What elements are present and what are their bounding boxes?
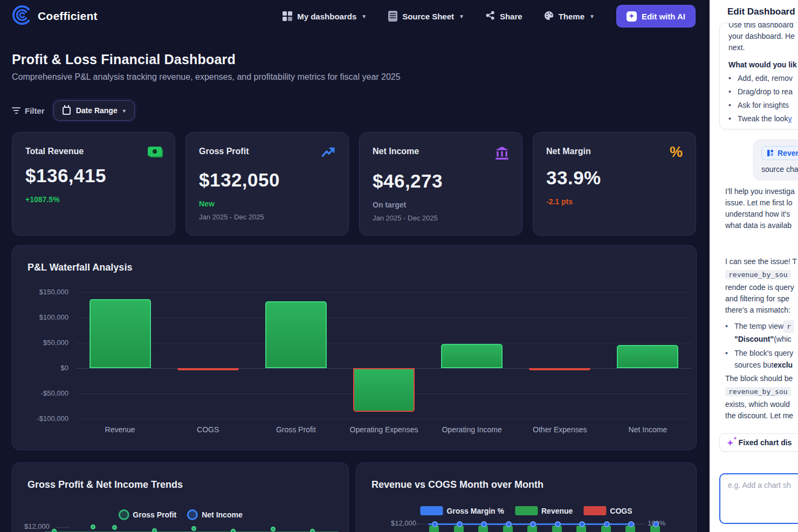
kpi-card-net-margin: Net Margin % 33.9% -2.1 pts [533,132,696,236]
sparkles-icon: ✦ [727,439,734,447]
revenue-cogs-y-tick-left: $12,000 [391,519,416,527]
nav-item-my-dashboards[interactable]: My dashboards ▼ [283,11,367,21]
gross-margin-point [628,521,634,527]
legend-gross-margin[interactable]: Gross Margin % [420,506,504,515]
gross-margin-point [506,521,512,527]
fixed-chart-action-chip[interactable]: ✦ Fixed chart dis [719,433,798,452]
nav-label: Share [500,12,522,21]
palette-icon [544,11,554,22]
trends-axis-tickline [56,527,70,528]
legend-cogs[interactable]: COGS [583,506,632,515]
chevron-down-icon: ▾ [123,108,126,114]
assistant-paragraph-2: I can see the issue! T revenue_by_sou re… [725,256,797,316]
gridline [76,317,692,318]
brand[interactable]: Coefficient [12,5,98,28]
gross-margin-point [432,521,438,527]
kpi-delta: -2.1 pts [546,197,683,206]
kpi-value: $132,050 [199,169,335,191]
nav-item-source-sheet[interactable]: Source Sheet ▼ [388,11,464,22]
bank-icon [495,147,509,162]
revenue-cogs-chart-title: Revenue vs COGS Month over Month [372,479,544,490]
chevron-down-icon: ▼ [361,13,367,19]
kpi-title: Total Revenue [25,147,84,156]
nav-label: Theme [559,12,584,21]
assistant-paragraph-1: I'll help you investiga issue. Let me fi… [725,186,795,231]
intro-question: What would you lik [728,58,798,72]
nav-item-theme[interactable]: Theme ▼ [544,11,595,22]
kpi-delta: On target [373,201,509,209]
gross-margin-point [457,521,463,527]
legend-label: Net Income [202,510,242,519]
gridline [76,419,692,419]
intro-line: Use this dashboard [728,23,798,31]
user-message-text: source cha [761,165,798,174]
intro-bullet-link[interactable]: y [788,112,792,126]
nav-item-share[interactable]: Share [486,11,522,22]
y-tick-label: $0 [15,364,68,372]
kpi-period: Jan 2025 - Dec 2025 [373,214,509,222]
chevron-down-icon: ▼ [459,13,464,19]
intro-bullet: •Drag/drop to rea [728,85,798,99]
net-income-legend-icon [187,509,198,520]
waterfall-plot [76,289,692,419]
share-icon [486,11,495,22]
trends-data-point [152,528,157,532]
x-axis-label: Operating Expenses [340,425,428,434]
waterfall-bar[interactable] [177,368,239,370]
intro-line: your dashboard. He [728,31,798,42]
trends-data-point [52,529,57,532]
x-axis-label: Revenue [76,425,164,434]
gross-margin-point [604,521,610,527]
trends-chart-card: Gross Profit & Net Income Trends Gross P… [12,462,349,532]
percent-icon: % [670,147,683,158]
waterfall-bar[interactable] [529,368,590,370]
assistant-intro-card: Use this dashboard your dashboard. He ne… [719,23,798,129]
kpi-value: $46,273 [373,170,509,192]
filter-label: Filter [25,106,45,115]
legend-label: Gross Margin % [446,507,504,515]
code-chip: revenue_by_sou [725,270,791,279]
top-nav: Coefficient My dashboards ▼ Source Sheet… [0,0,710,32]
y-tick-label: $50,000 [15,338,68,347]
gridline [76,343,692,343]
waterfall-bar[interactable] [617,345,678,368]
coefficient-logo-icon [12,5,32,28]
legend-revenue[interactable]: Revenue [515,506,573,515]
kpi-card-net-income: Net Income $46,273 On target Jan 2025 - … [359,132,522,236]
x-axis-label: Operating Income [428,425,516,434]
gross-margin-legend-icon [420,506,443,515]
legend-label: Revenue [541,507,573,515]
kpi-title: Net Income [373,147,419,156]
waterfall-bar[interactable] [90,299,151,368]
gross-margin-point [530,521,536,527]
trends-y-tick: $12,000 [24,522,50,530]
trends-chart-title: Gross Profit & Net Income Trends [27,479,183,490]
revenue-chart-chip[interactable]: Revenu [761,146,798,160]
legend-label: Gross Profit [133,510,176,519]
filter-bar: Filter Date Range ▾ [12,100,135,121]
waterfall-bar[interactable] [265,301,327,368]
revenue-cogs-axis-tickline [414,524,428,524]
chat-prompt-input[interactable] [719,473,798,524]
filter-icon [12,106,20,115]
trends-data-point [271,527,276,531]
legend-net-income[interactable]: Net Income [187,509,242,520]
cash-icon [148,147,162,156]
revenue-legend-icon [515,506,538,515]
filter-toggle[interactable]: Filter [12,106,45,115]
action-chip-label: Fixed chart dis [739,438,792,447]
date-range-button[interactable]: Date Range ▾ [53,100,135,121]
kpi-period: Jan 2025 - Dec 2025 [199,213,335,221]
trend-up-icon [321,147,335,161]
edit-with-ai-button[interactable]: ✦ Edit with AI [616,5,696,27]
kpi-title: Net Margin [546,147,591,156]
legend-gross-profit[interactable]: Gross Profit [118,509,176,520]
intro-bullet: •Ask for insights [728,99,798,112]
waterfall-bar[interactable] [353,368,415,412]
gridline [76,292,692,293]
kpi-title: Gross Profit [199,147,249,156]
waterfall-bar[interactable] [441,344,503,368]
x-axis-label: Other Expenses [516,425,604,434]
kpi-card-total-revenue: Total Revenue $136,415 +1087.5% [12,132,175,236]
user-message-bubble: Revenu source cha [753,139,798,181]
